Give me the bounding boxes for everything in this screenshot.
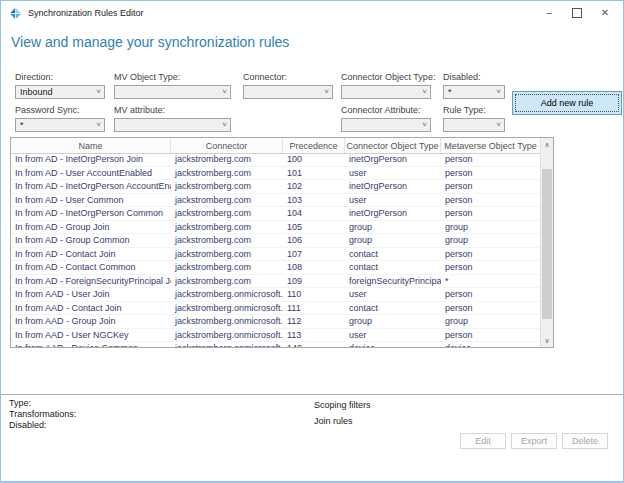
table-row[interactable]: In from AD - User AccountEnabledjackstro…	[11, 167, 540, 181]
table-cell: device	[441, 343, 540, 347]
filter-direction: Direction: Inbound ˅	[15, 72, 105, 99]
maximize-icon	[572, 8, 582, 18]
password-sync-select[interactable]: * ˅	[15, 118, 105, 132]
table-scrollbar[interactable]: ∧ ∨	[540, 138, 553, 347]
table-row[interactable]: In from AD - Group Joinjackstromberg.com…	[11, 221, 540, 235]
table-cell: group	[345, 222, 441, 232]
table-row[interactable]: In from AAD - Device Commonjackstromberg…	[11, 342, 540, 347]
table-cell: jackstromberg.com	[171, 168, 283, 178]
table-cell: contact	[345, 249, 441, 259]
table-cell: In from AD - Contact Join	[11, 249, 171, 259]
table-header: Name Connector Precedence Connector Obje…	[11, 138, 553, 154]
table-row[interactable]: In from AD - Contact Joinjackstromberg.c…	[11, 248, 540, 262]
filter-rule-type: Rule Type: ˅	[443, 105, 505, 132]
table-cell: 103	[283, 195, 345, 205]
connector-object-type-select[interactable]: ˅	[341, 85, 431, 99]
column-header-precedence[interactable]: Precedence	[283, 138, 345, 153]
table-cell: device	[345, 343, 441, 347]
table-cell: In from AAD - Group Join	[11, 316, 171, 326]
table-cell: In from AD - InetOrgPerson AccountEnable…	[11, 181, 171, 191]
mv-object-type-select[interactable]: ˅	[114, 85, 231, 99]
filter-password-sync: Password Sync: * ˅	[15, 105, 105, 132]
chevron-down-icon: ˅	[96, 120, 101, 129]
direction-select[interactable]: Inbound ˅	[15, 85, 105, 99]
disabled-select[interactable]: * ˅	[443, 85, 505, 99]
column-header-connector[interactable]: Connector	[171, 138, 283, 153]
filter-connector-attribute: Connector Attribute: ˅	[341, 105, 431, 132]
scrollbar-thumb[interactable]	[542, 169, 552, 319]
table-cell: In from AD - Group Common	[11, 235, 171, 245]
rule-type-select[interactable]: ˅	[443, 118, 505, 132]
table-cell: jackstromberg.com	[171, 208, 283, 218]
table-row[interactable]: In from AD - InetOrgPerson Commonjackstr…	[11, 207, 540, 221]
table-cell: 109	[283, 276, 345, 286]
table-cell: group	[345, 235, 441, 245]
table-cell: inetOrgPerson	[345, 181, 441, 191]
table-row[interactable]: In from AAD - Contact Joinjackstromberg.…	[11, 302, 540, 316]
table-row[interactable]: In from AAD - User NGCKeyjackstromberg.o…	[11, 329, 540, 343]
table-cell: *	[441, 276, 540, 286]
table-cell: jackstromberg.onmicrosoft.com - AAD	[171, 330, 283, 340]
scoping-filters-label: Scoping filters	[314, 400, 371, 410]
minimize-button[interactable]: –	[535, 2, 563, 23]
table-row[interactable]: In from AD - Group Commonjackstromberg.c…	[11, 234, 540, 248]
table-cell: In from AAD - User NGCKey	[11, 330, 171, 340]
export-button[interactable]: Export	[511, 433, 557, 449]
table-cell: user	[345, 168, 441, 178]
filter-connector: Connector: ˅	[243, 72, 333, 99]
column-header-metaverse-object-type[interactable]: Metaverse Object Type	[441, 138, 540, 153]
table-cell: person	[441, 208, 540, 218]
maximize-button[interactable]	[563, 2, 591, 23]
table-cell: In from AAD - Device Common	[11, 343, 171, 347]
column-header-name[interactable]: Name	[11, 138, 171, 153]
chevron-down-icon: ˅	[496, 120, 501, 129]
close-button[interactable]: ✕	[591, 2, 619, 23]
chevron-down-icon: ˅	[422, 120, 427, 129]
connector-attribute-select[interactable]: ˅	[341, 118, 431, 132]
scroll-up-icon[interactable]: ∧	[541, 138, 553, 151]
table-row[interactable]: In from AD - InetOrgPerson AccountEnable…	[11, 180, 540, 194]
table-row[interactable]: In from AAD - User Joinjackstromberg.onm…	[11, 288, 540, 302]
table-cell: In from AD - ForeignSecurityPrincipal Jo…	[11, 276, 171, 286]
mv-attribute-select[interactable]: ˅	[114, 118, 231, 132]
table-body: In from AD - InetOrgPerson Joinjackstrom…	[11, 153, 540, 347]
join-rules-label: Join rules	[314, 416, 353, 426]
delete-button[interactable]: Delete	[562, 433, 608, 449]
filter-mv-attribute-label: MV attribute:	[114, 105, 231, 118]
filter-mv-object-type: MV Object Type: ˅	[114, 72, 231, 99]
table-cell: 111	[283, 303, 345, 313]
table-cell: jackstromberg.com	[171, 222, 283, 232]
table-cell: user	[345, 330, 441, 340]
table-row[interactable]: In from AD - Contact Commonjackstromberg…	[11, 261, 540, 275]
table-cell: In from AD - Group Join	[11, 222, 171, 232]
table-cell: In from AD - InetOrgPerson Join	[11, 154, 171, 164]
connector-select[interactable]: ˅	[243, 85, 333, 99]
table-cell: person	[441, 303, 540, 313]
title-bar: Synchronization Rules Editor – ✕	[1, 1, 623, 24]
table-cell: contact	[345, 262, 441, 272]
filter-mv-object-type-label: MV Object Type:	[114, 72, 231, 85]
table-row[interactable]: In from AAD - Group Joinjackstromberg.on…	[11, 315, 540, 329]
table-cell: jackstromberg.onmicrosoft.com - AAD	[171, 343, 283, 347]
filter-password-sync-label: Password Sync:	[15, 105, 105, 118]
chevron-down-icon: ˅	[222, 120, 227, 129]
filter-direction-label: Direction:	[15, 72, 105, 85]
add-new-rule-button[interactable]: Add new rule	[512, 91, 622, 115]
table-cell: jackstromberg.com	[171, 276, 283, 286]
edit-button[interactable]: Edit	[460, 433, 506, 449]
details-divider	[1, 394, 624, 395]
table-cell: In from AAD - Contact Join	[11, 303, 171, 313]
table-row[interactable]: In from AD - ForeignSecurityPrincipal Jo…	[11, 275, 540, 289]
table-row[interactable]: In from AD - User Commonjackstromberg.co…	[11, 194, 540, 208]
table-cell: jackstromberg.com	[171, 154, 283, 164]
table-cell: person	[441, 262, 540, 272]
details-left-labels: Type: Transformations: Disabled:	[9, 398, 76, 431]
table-row[interactable]: In from AD - InetOrgPerson Joinjackstrom…	[11, 153, 540, 167]
table-cell: 140	[283, 343, 345, 347]
chevron-down-icon: ˅	[422, 87, 427, 96]
table-cell: 108	[283, 262, 345, 272]
table-cell: 107	[283, 249, 345, 259]
column-header-connector-object-type[interactable]: Connector Object Type	[345, 138, 441, 153]
scroll-down-icon[interactable]: ∨	[541, 334, 553, 347]
chevron-down-icon: ˅	[496, 87, 501, 96]
